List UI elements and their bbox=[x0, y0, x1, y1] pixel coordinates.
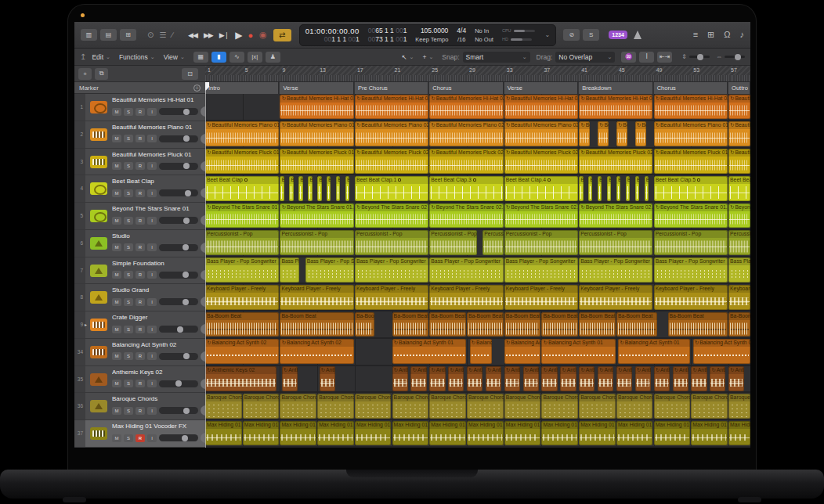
mute-button[interactable]: M bbox=[112, 271, 121, 279]
region[interactable]: ↻Anthemic Keys 02 bbox=[523, 366, 539, 391]
input-monitor-button[interactable]: I bbox=[147, 162, 157, 170]
region[interactable]: Bass Player - Pop Songwriter bbox=[280, 257, 299, 283]
region[interactable]: Baroque Chords bbox=[429, 394, 466, 419]
arrangement-marker[interactable]: Pre Chorus bbox=[355, 82, 428, 94]
record-enable-button[interactable]: R bbox=[136, 162, 145, 170]
region[interactable]: Max Hiding 01 V bbox=[392, 421, 429, 446]
input-monitor-button[interactable]: I bbox=[147, 380, 157, 387]
region[interactable]: ↻Beyond The Stars Snare 01 bbox=[205, 203, 279, 229]
track-header-row[interactable]: 2Beautiful Memories Piano 01MSRI bbox=[74, 121, 205, 149]
region[interactable]: Baroque Chords bbox=[317, 394, 354, 419]
region[interactable]: ↻Balancing Act Synth 01 bbox=[618, 339, 690, 364]
bar-ruler[interactable]: 159131721252933374145495357 bbox=[205, 66, 750, 82]
region[interactable]: Max Hiding 01 V bbox=[205, 421, 242, 446]
region[interactable]: ↻Anthemic Keys 02 bbox=[691, 366, 707, 391]
solo-button[interactable]: S bbox=[124, 162, 133, 170]
region[interactable]: Percussionist - Pop bbox=[728, 230, 750, 255]
volume-slider[interactable] bbox=[159, 434, 198, 441]
region[interactable]: Max Hiding 01 V bbox=[243, 421, 280, 446]
region[interactable]: Ba-Boom Beat bbox=[205, 312, 279, 337]
region[interactable]: B bbox=[616, 176, 620, 201]
region[interactable]: ↻Anthemic Keys 02 bbox=[429, 366, 445, 391]
region[interactable]: Baroque Chords bbox=[579, 394, 616, 419]
region[interactable]: Beet Beat Clap bbox=[205, 176, 279, 201]
disclosure-arrow-icon[interactable]: ▸ bbox=[85, 322, 87, 327]
region[interactable]: Keyboard Player - Freely bbox=[579, 285, 652, 310]
input-monitor-button[interactable]: I bbox=[147, 434, 157, 442]
region[interactable]: ↻Balancing Act Synth 01 bbox=[504, 339, 541, 364]
arrangement-marker[interactable]: Verse bbox=[504, 82, 578, 94]
record-enable-button[interactable]: R bbox=[136, 217, 145, 225]
record-enable-button[interactable]: R bbox=[136, 352, 145, 360]
region[interactable]: Bass Player - Pop Songwriter bbox=[205, 257, 279, 283]
region[interactable]: Keyboard Player - Freely bbox=[429, 285, 503, 310]
region[interactable]: B bbox=[289, 176, 293, 201]
region[interactable]: ↻Balancing Act Synth 01 bbox=[392, 339, 466, 364]
region[interactable]: Ba-Boom Beat bbox=[579, 312, 616, 337]
region[interactable]: Percussionist - Pop bbox=[579, 230, 652, 255]
region[interactable]: Keyboard Player - Freely bbox=[280, 285, 353, 310]
solo-button[interactable]: S bbox=[124, 380, 133, 387]
volume-slider[interactable] bbox=[159, 189, 198, 196]
volume-slider[interactable] bbox=[159, 108, 198, 115]
input-monitor-button[interactable]: I bbox=[147, 108, 157, 116]
solo-button[interactable]: S bbox=[124, 326, 133, 333]
region[interactable]: Bass Player - Pop Songwriter bbox=[305, 257, 354, 283]
count-in-button[interactable]: 1234 bbox=[609, 31, 627, 39]
add-track-button[interactable]: + bbox=[78, 68, 92, 80]
region[interactable]: ↻Balancing Act Synth 01 bbox=[541, 339, 615, 364]
region[interactable]: Percussionist - Pop bbox=[429, 230, 477, 255]
region[interactable]: Keyboard Player - Freely bbox=[355, 285, 428, 310]
region[interactable]: ↻Beautiful Memories Pluck 02.3 bbox=[579, 149, 652, 174]
record-enable-button[interactable]: R bbox=[136, 271, 145, 279]
metronome-icon[interactable] bbox=[634, 31, 641, 39]
region[interactable]: Max Hiding 01 V bbox=[728, 421, 750, 446]
region[interactable]: ↻Anthemic Keys 02 bbox=[392, 366, 408, 391]
volume-slider[interactable] bbox=[159, 163, 198, 170]
region[interactable]: B bbox=[635, 176, 639, 201]
region[interactable]: Ba-Boom Beat bbox=[541, 312, 578, 337]
track-header-row[interactable]: 35Anthemic Keys 02MSRI bbox=[74, 366, 205, 394]
solo-button[interactable]: S bbox=[124, 217, 133, 225]
region[interactable]: Ba-Boom Beat bbox=[504, 312, 541, 337]
region[interactable]: ↻Beautiful Memories Pluck 01.3 bbox=[728, 149, 750, 174]
region[interactable]: ↻Beautiful Memories Pluck 02 bbox=[355, 149, 428, 174]
track-header-config-button[interactable]: ⊡ bbox=[182, 68, 198, 80]
track-header-row[interactable]: 5Beyond The Stars Snare 01MSRI bbox=[74, 203, 205, 230]
region[interactable]: Max Hiding 01 V bbox=[654, 421, 691, 446]
volume-slider[interactable] bbox=[159, 135, 198, 142]
region[interactable]: ↻Beyond The Stars Snare 01.2 bbox=[654, 203, 728, 229]
input-monitor-button[interactable]: I bbox=[147, 271, 157, 279]
library-button[interactable]: ▥ bbox=[81, 29, 97, 41]
input-monitor-button[interactable]: I bbox=[147, 326, 157, 333]
region[interactable]: ↻Beautiful Memories Piano 02.3 bbox=[635, 121, 646, 146]
region[interactable]: ↻Beautiful Memories Piano 02.3 bbox=[579, 121, 590, 146]
track-header-row[interactable]: 6StudioMSRI bbox=[74, 230, 205, 257]
region[interactable]: Percussionist - Pop bbox=[355, 230, 428, 255]
region[interactable]: Ba-Boom Beat bbox=[668, 312, 728, 337]
volume-slider[interactable] bbox=[159, 326, 198, 333]
snap-select[interactable]: Smart⌄ bbox=[463, 52, 530, 63]
region[interactable]: Bass Player - Pop Songwriter bbox=[355, 257, 428, 283]
mute-button[interactable]: M bbox=[112, 108, 121, 116]
region[interactable]: B bbox=[298, 176, 302, 201]
region[interactable]: Baroque Chords bbox=[392, 394, 429, 419]
region[interactable]: ↻Anthemic Keys 02 bbox=[504, 366, 520, 391]
region[interactable]: B bbox=[280, 176, 284, 201]
volume-slider[interactable] bbox=[159, 353, 198, 360]
record-enable-button[interactable]: R bbox=[136, 407, 145, 415]
region[interactable]: ↻Anthemic Keys 02 bbox=[320, 366, 335, 391]
mixer-icon[interactable]: ☰ bbox=[159, 31, 166, 39]
region[interactable]: Max Hiding 01 V bbox=[579, 421, 616, 446]
region[interactable]: ↻Beautiful Memories Pluck 02.1 bbox=[429, 149, 503, 174]
region[interactable]: B bbox=[345, 176, 349, 201]
region[interactable]: ↻Beautiful Memories Hi-Hat 02.2 bbox=[504, 95, 578, 120]
region[interactable]: Percussionist - Pop bbox=[654, 230, 728, 255]
browsers-icon[interactable]: ♪ bbox=[740, 30, 745, 40]
horizontal-zoom-slider[interactable]: ⇔ bbox=[716, 53, 745, 60]
editors-icon[interactable]: ∕ bbox=[172, 31, 173, 39]
smart-controls-icon[interactable]: ⊙ bbox=[147, 31, 154, 39]
region[interactable]: Max Hiding 01 V bbox=[541, 421, 578, 446]
volume-slider[interactable] bbox=[159, 298, 198, 305]
region[interactable]: ↻Anthemic Keys 02 bbox=[673, 366, 688, 391]
